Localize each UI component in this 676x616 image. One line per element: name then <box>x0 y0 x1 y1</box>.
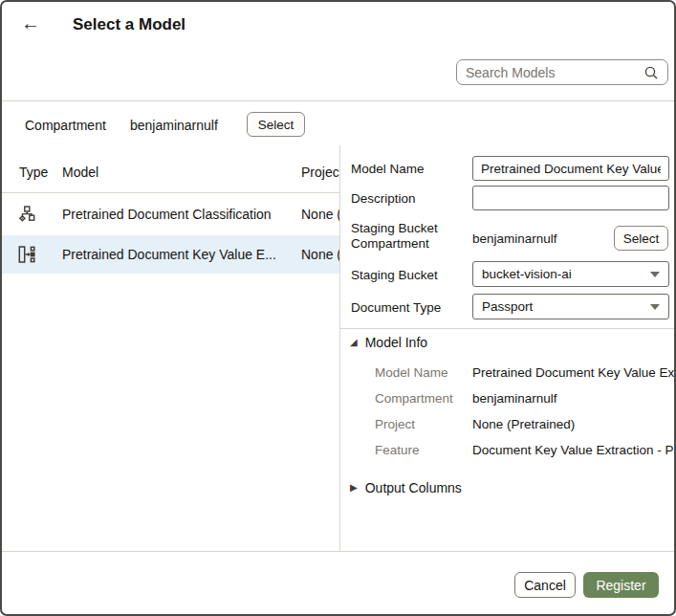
collapse-triangle-icon: ◢ <box>350 338 358 347</box>
info-feature-label: Feature <box>375 443 420 457</box>
form-section-divider <box>340 328 676 329</box>
search-box <box>456 59 668 85</box>
search-input[interactable] <box>466 65 638 80</box>
compartment-value: benjaminarnulf <box>130 118 218 133</box>
classification-icon <box>18 206 35 223</box>
model-name-cell: Pretrained Document Classification <box>62 207 272 222</box>
staging-bucket-dropdown[interactable]: bucket-vision-ai <box>472 261 669 287</box>
chevron-down-icon <box>650 272 660 277</box>
header-divider <box>2 100 676 101</box>
info-feature-value: Document Key Value Extraction - Pa <box>472 443 676 457</box>
description-label: Description <box>351 191 416 207</box>
column-header-type[interactable]: Type <box>19 165 48 180</box>
model-name-input[interactable] <box>472 156 669 181</box>
model-info-section-header[interactable]: ◢ Model Info <box>350 335 427 350</box>
search-icon[interactable] <box>643 65 659 80</box>
table-row-document-key-value-extraction[interactable]: Pretrained Document Key Value E... None … <box>2 235 339 274</box>
project-cell: None (Pretrained) <box>301 247 339 262</box>
document-type-selected-value: Passport <box>482 299 533 314</box>
table-row-document-classification[interactable]: Pretrained Document Classification None … <box>2 193 339 235</box>
model-name-label: Model Name <box>351 162 425 177</box>
column-header-project[interactable]: Project <box>301 165 339 180</box>
info-compartment-value: benjaminarnulf <box>472 391 676 406</box>
info-model-name-value: Pretrained Document Key Value Ext <box>472 365 676 380</box>
footer-divider <box>2 551 676 552</box>
expand-triangle-icon: ▶ <box>350 483 358 493</box>
select-model-dialog: ← Select a Model Compartment benjaminarn… <box>0 0 676 616</box>
panel-divider <box>339 145 340 551</box>
info-compartment-label: Compartment <box>375 391 453 406</box>
staging-bucket-compartment-value: benjaminarnulf <box>472 231 557 246</box>
staging-bucket-compartment-select-button[interactable]: Select <box>614 226 668 251</box>
cancel-button[interactable]: Cancel <box>514 572 576 598</box>
column-header-model[interactable]: Model <box>62 165 98 180</box>
document-type-dropdown[interactable]: Passport <box>472 294 669 319</box>
back-arrow-icon[interactable]: ← <box>21 11 40 34</box>
staging-bucket-compartment-label: Staging Bucket Compartment <box>351 221 458 252</box>
info-model-name-label: Model Name <box>375 365 448 380</box>
chevron-down-icon <box>650 304 660 310</box>
key-value-extraction-icon <box>18 246 35 263</box>
register-button[interactable]: Register <box>583 572 659 598</box>
dialog-title: Select a Model <box>73 15 185 34</box>
output-columns-header-label: Output Columns <box>365 480 462 495</box>
staging-bucket-selected-value: bucket-vision-ai <box>482 267 572 281</box>
project-cell: None (Pretrained) <box>301 207 339 222</box>
info-project-value: None (Pretrained) <box>472 417 676 431</box>
description-input[interactable] <box>472 186 669 210</box>
model-info-header-label: Model Info <box>365 335 427 350</box>
model-name-cell: Pretrained Document Key Value E... <box>62 247 276 262</box>
document-type-label: Document Type <box>351 300 441 316</box>
compartment-select-button[interactable]: Select <box>247 112 305 137</box>
output-columns-section-header[interactable]: ▶ Output Columns <box>350 480 462 495</box>
compartment-label: Compartment <box>25 118 106 133</box>
info-project-label: Project <box>375 417 415 431</box>
staging-bucket-label: Staging Bucket <box>351 268 438 283</box>
